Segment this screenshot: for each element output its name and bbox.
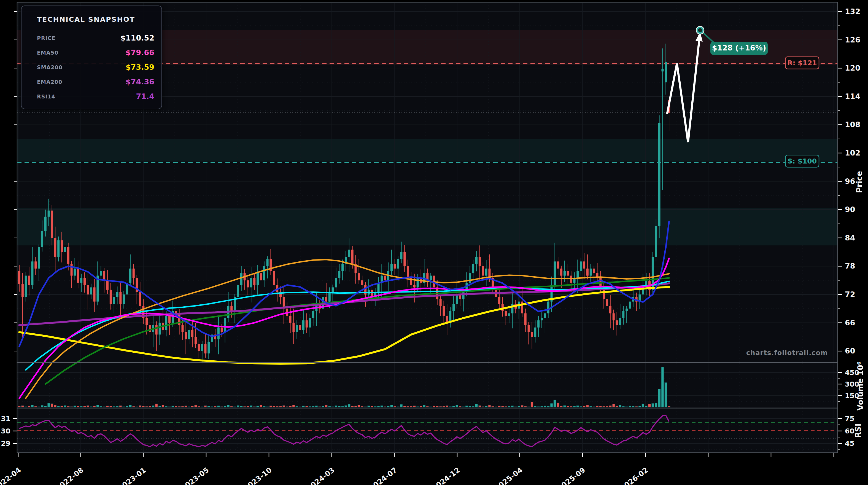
volume-bar [380, 406, 383, 407]
candle-body [191, 330, 193, 337]
volume-bar [547, 406, 550, 407]
volume-bar [394, 406, 396, 407]
candle-body [580, 261, 582, 271]
volume-bar [172, 406, 174, 407]
volume-bar [639, 406, 641, 407]
volume-axis-title: Volume 10⁶ [856, 362, 865, 410]
candle-body [188, 330, 190, 339]
target-marker [698, 28, 703, 33]
volume-bar [566, 406, 569, 407]
volume-bar [54, 405, 57, 407]
volume-bar [270, 406, 272, 407]
vol-panel-bg [17, 363, 838, 408]
candle-body [613, 313, 615, 320]
volume-bar [413, 406, 415, 407]
candle-body [560, 268, 562, 276]
candle-body [217, 327, 220, 339]
volume-bar [57, 406, 60, 407]
candle-body [22, 284, 24, 297]
candle-body [609, 306, 612, 314]
candle-body [119, 292, 122, 304]
volume-bar [273, 406, 275, 407]
candle-body [93, 287, 96, 302]
volume-bar [93, 406, 96, 407]
candle-body [485, 268, 488, 276]
candle-body [113, 297, 115, 304]
candle-body [391, 264, 393, 271]
x-tick-label: 2025-09 [556, 466, 587, 485]
volume-bar [358, 405, 360, 407]
volume-bar [531, 402, 533, 407]
candle-body [508, 313, 510, 316]
volume-bar [119, 406, 122, 407]
candle-body [123, 294, 125, 304]
candle-body [430, 276, 432, 280]
candle-body [361, 280, 363, 285]
volume-bar [354, 406, 357, 407]
support-tag[interactable]: S: $100 [785, 155, 819, 167]
volume-bar [563, 405, 566, 407]
volume-bar [387, 406, 390, 407]
candle-body [397, 259, 399, 268]
volume-bar [256, 406, 259, 407]
volume-bar [328, 406, 331, 407]
volume-bar [110, 406, 112, 407]
volume-bar [403, 406, 406, 407]
candle-body [250, 278, 252, 287]
volume-bar [80, 406, 83, 407]
price-target-callout[interactable]: $128 (+16%) [710, 41, 768, 55]
volume-bar [142, 406, 145, 407]
volume-bar [635, 406, 638, 407]
volume-bar [573, 406, 576, 407]
volume-bar [632, 406, 634, 407]
candle-body [263, 266, 266, 280]
candle-body [100, 271, 102, 276]
volume-bar [407, 406, 409, 407]
candle-body [524, 313, 527, 325]
candle-body [511, 304, 514, 313]
resistance-tag[interactable]: R: $121 [785, 57, 819, 69]
volume-bar [168, 406, 171, 407]
volume-bar [175, 406, 177, 407]
volume-bar [299, 407, 302, 407]
snapshot-row-label: PRICE [37, 35, 56, 41]
volume-bar [384, 406, 386, 407]
candle-body [54, 238, 56, 257]
price-tick-label: 78 [845, 262, 855, 270]
candle-body [567, 271, 569, 276]
volume-bar [165, 406, 167, 407]
candle-body [77, 268, 79, 283]
volume-bar [266, 406, 269, 407]
snapshot-row-label: RSI14 [37, 93, 55, 99]
volume-bar [400, 404, 403, 407]
price-tick-label: 126 [845, 35, 860, 44]
volume-bar [318, 406, 321, 407]
volume-bar [540, 406, 543, 407]
volume-bar [158, 406, 161, 407]
candle-body [106, 280, 108, 290]
candle-body [335, 278, 337, 287]
price-tick-label: 114 [845, 92, 860, 101]
volume-bar [550, 403, 553, 407]
volume-bar [309, 406, 311, 407]
candle-body [116, 292, 119, 297]
volume-bar [282, 405, 285, 407]
volume-bar [38, 407, 40, 407]
candle-body [224, 318, 226, 332]
volume-bar [628, 406, 631, 407]
volume-bar [648, 404, 651, 407]
volume-bar [661, 367, 664, 407]
volume-bar [211, 406, 213, 407]
snapshot-title: TECHNICAL SNAPSHOT [37, 16, 154, 23]
volume-bar [70, 406, 73, 407]
volume-bar [129, 405, 131, 407]
volume-bar [609, 406, 612, 407]
volume-bar [113, 406, 115, 407]
x-tick-label: 2026-02 [619, 466, 650, 485]
volume-bar [645, 406, 648, 407]
snapshot-row-value: $110.52 [120, 34, 154, 42]
candle-body [87, 285, 89, 294]
volume-bar [345, 405, 347, 407]
candle-body [64, 247, 66, 252]
volume-bar [453, 406, 455, 407]
